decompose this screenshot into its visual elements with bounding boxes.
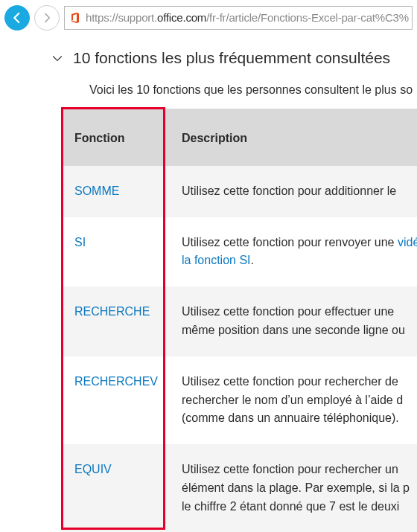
browser-nav-bar: https://support.office.com/fr-fr/article… [0, 0, 417, 36]
table-header-function: Fonction [63, 109, 170, 166]
function-link[interactable]: RECHERCHE [74, 305, 150, 318]
intro-text: Voici les 10 fonctions que les personnes… [89, 83, 417, 97]
address-bar[interactable]: https://support.office.com/fr-fr/article… [64, 6, 413, 30]
page-content: 10 fonctions les plus fréquemment consul… [0, 36, 417, 532]
table-header-description: Description [170, 109, 417, 166]
description-cell: Utilisez cette fonction pour rechercher … [170, 444, 417, 532]
url-text: https://support.office.com/fr-fr/article… [86, 11, 409, 24]
forward-button[interactable] [34, 5, 60, 31]
description-cell: Utilisez cette fonction pour additionner… [170, 166, 417, 217]
function-link[interactable]: SOMME [74, 185, 119, 197]
description-cell: Utilisez cette fonction pour rechercher … [170, 356, 417, 444]
table-row: SIUtilisez cette fonction pour renvoyer … [63, 217, 417, 287]
functions-table: Fonction Description SOMMEUtilisez cette… [63, 109, 417, 532]
function-link[interactable]: RECHERCHEV [74, 375, 158, 388]
table-row: RECHERCHEUtilisez cette fonction pour ef… [63, 286, 417, 356]
chevron-down-icon [49, 50, 66, 66]
function-link[interactable]: SI [74, 236, 86, 249]
office-icon [69, 11, 81, 25]
functions-table-wrap: Fonction Description SOMMEUtilisez cette… [63, 109, 417, 532]
page-title: 10 fonctions les plus fréquemment consul… [73, 49, 390, 67]
function-link[interactable]: EQUIV [74, 463, 112, 475]
table-row: EQUIVUtilisez cette fonction pour recher… [63, 444, 417, 532]
section-heading-row[interactable]: 10 fonctions les plus fréquemment consul… [49, 49, 417, 67]
description-cell: Utilisez cette fonction pour renvoyer un… [170, 217, 417, 287]
table-row: RECHERCHEVUtilisez cette fonction pour r… [63, 356, 417, 444]
back-button[interactable] [4, 5, 30, 31]
description-cell: Utilisez cette fonction pour effectuer u… [170, 286, 417, 356]
table-row: SOMMEUtilisez cette fonction pour additi… [63, 166, 417, 217]
